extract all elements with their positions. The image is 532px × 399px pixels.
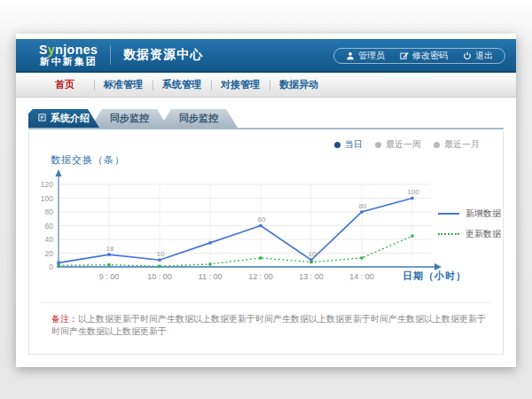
radio-dot-icon [334, 142, 340, 148]
svg-text:40: 40 [45, 235, 54, 244]
footnote-text: 以上数据更新于时间产生数据以上数据更新于时间产生数据以上数据更新于时间产生数据以… [51, 314, 486, 336]
nav-item-home[interactable]: 首页 [35, 73, 94, 97]
nav-item-system-mgmt[interactable]: 系统管理 [153, 73, 211, 97]
range-option-last-month[interactable]: 最近一月 [434, 138, 480, 151]
svg-text:14 : 00: 14 : 00 [349, 272, 374, 281]
svg-text:120: 120 [41, 180, 53, 189]
logout-button[interactable]: 退出 [463, 50, 493, 62]
range-option-label: 最近一月 [444, 138, 480, 151]
tab-sync-monitor-1[interactable]: 同步监控 [90, 109, 168, 128]
header-actions: 管理员 修改密码 退出 [333, 48, 505, 64]
legend-label: 新增数据 [466, 207, 501, 220]
change-password-label: 修改密码 [412, 50, 448, 62]
svg-text:10 : 00: 10 : 00 [147, 272, 172, 281]
time-range-selector: 当日 最近一周 最近一月 [334, 138, 480, 151]
content-panel: 当日 最近一周 最近一月 数据交换（条） 0204060801001209 : … [28, 131, 504, 355]
nav-item-interface-mgmt[interactable]: 对接管理 [211, 73, 270, 97]
svg-text:80: 80 [45, 207, 54, 216]
range-option-today[interactable]: 当日 [334, 138, 363, 151]
logo-subtitle: 新中新集团 [39, 57, 98, 67]
nav-item-label: 数据异动 [279, 79, 318, 90]
user-icon [346, 51, 355, 60]
svg-text:9 : 00: 9 : 00 [99, 272, 120, 281]
logout-label: 退出 [475, 50, 493, 62]
radio-dot-icon [434, 142, 440, 148]
footnote-label: 备注： [51, 314, 78, 324]
legend-item-updated-data: 更新数据 [438, 228, 501, 240]
nav-item-standard-mgmt[interactable]: 标准管理 [94, 73, 153, 97]
main-nav: 首页 标准管理 系统管理 对接管理 数据异动 [16, 73, 516, 98]
nav-item-label: 首页 [55, 79, 74, 90]
legend-item-new-data: 新增数据 [438, 207, 501, 220]
svg-text:20: 20 [45, 249, 54, 258]
svg-text:13 : 00: 13 : 00 [299, 272, 324, 281]
chart-legend: 新增数据 更新数据 [438, 207, 501, 248]
nav-item-label: 对接管理 [221, 79, 260, 90]
edit-icon [400, 51, 409, 60]
svg-text:100: 100 [407, 188, 419, 196]
radio-dot-icon [375, 142, 381, 148]
current-user-button[interactable]: 管理员 [346, 50, 385, 62]
tab-label: 系统介绍 [51, 109, 90, 128]
svg-text:10: 10 [157, 250, 165, 258]
green-dotted-swatch-icon [438, 233, 459, 235]
svg-text:18: 18 [106, 245, 114, 253]
logo-wordmark: Synjones [39, 43, 98, 57]
svg-text:100: 100 [41, 194, 53, 203]
footnote: 备注：以上数据更新于时间产生数据以上数据更新于时间产生数据以上数据更新于时间产生… [51, 313, 490, 338]
range-option-label: 最近一周 [386, 138, 421, 151]
tab-label: 同步监控 [179, 113, 218, 123]
document-icon [38, 109, 46, 128]
x-axis-title: 日期（小时） [403, 270, 466, 283]
current-user-label: 管理员 [358, 50, 385, 62]
svg-text:80: 80 [359, 202, 367, 210]
footnote-divider [40, 302, 492, 303]
app-window: Synjones 新中新集团 数据资源中心 管理员 修改密码 [16, 34, 516, 367]
line-chart: 0204060801001209 : 0010 : 0011 : 0012 : … [36, 163, 453, 292]
svg-text:60: 60 [45, 222, 54, 231]
svg-text:11 : 00: 11 : 00 [199, 272, 223, 281]
power-icon [463, 51, 472, 60]
tab-label: 同步监控 [110, 113, 149, 123]
svg-text:12 : 00: 12 : 00 [248, 272, 273, 281]
tab-system-intro[interactable]: 系统介绍 [28, 109, 99, 128]
nav-item-label: 系统管理 [162, 79, 201, 90]
nav-item-data-change[interactable]: 数据异动 [270, 73, 328, 97]
svg-text:60: 60 [258, 215, 266, 223]
blue-line-swatch-icon [438, 213, 459, 215]
tab-bar: 系统介绍 同步监控 同步监控 [28, 111, 504, 129]
company-logo: Synjones 新中新集团 [39, 43, 110, 66]
svg-text:0: 0 [49, 262, 53, 271]
tab-sync-monitor-2[interactable]: 同步监控 [160, 109, 238, 128]
range-option-last-week[interactable]: 最近一周 [375, 138, 421, 151]
header-bar: Synjones 新中新集团 数据资源中心 管理员 修改密码 [16, 39, 516, 73]
change-password-button[interactable]: 修改密码 [400, 50, 448, 62]
legend-label: 更新数据 [466, 228, 501, 240]
svg-text:10: 10 [309, 250, 317, 258]
nav-item-label: 标准管理 [104, 79, 143, 90]
range-option-label: 当日 [345, 138, 363, 151]
page-title: 数据资源中心 [111, 47, 203, 63]
